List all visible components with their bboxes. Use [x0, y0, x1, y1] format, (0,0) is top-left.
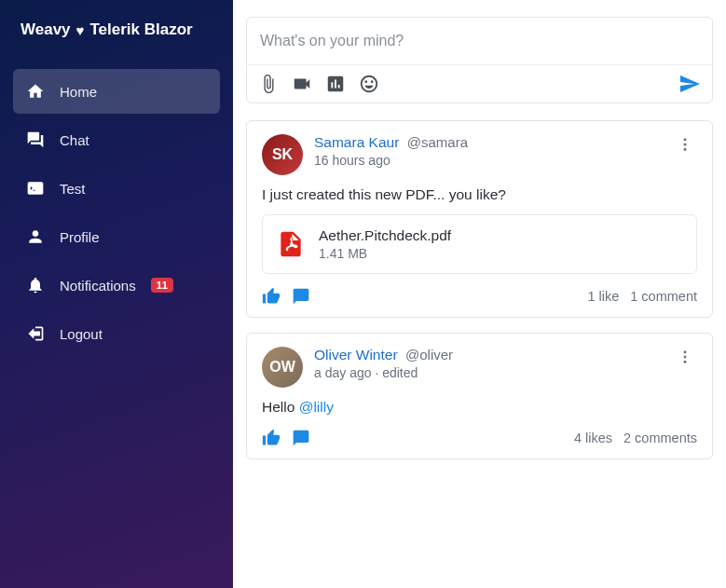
- svg-point-0: [684, 138, 687, 141]
- video-icon[interactable]: [292, 74, 312, 94]
- file-size: 1.41 MB: [319, 246, 451, 261]
- emoji-icon[interactable]: [359, 74, 379, 94]
- timestamp: 16 hours ago: [314, 153, 662, 168]
- file-name: Aether.Pitchdeck.pdf: [319, 227, 451, 244]
- sidebar-item-label: Home: [60, 84, 97, 100]
- sidebar-item-chat[interactable]: Chat: [13, 117, 220, 162]
- sidebar-item-notifications[interactable]: Notifications 11: [13, 263, 220, 308]
- composer-toolbar: [247, 64, 712, 103]
- brand: Weavy ♥ Telerik Blazor: [0, 0, 233, 60]
- comment-icon[interactable]: [292, 429, 310, 447]
- more-icon[interactable]: [673, 134, 697, 158]
- home-icon: [26, 82, 45, 101]
- author-link[interactable]: Oliver Winter: [314, 347, 398, 362]
- comment-count[interactable]: 1 comment: [630, 289, 697, 304]
- svg-point-1: [684, 144, 687, 146]
- notifications-badge: 11: [151, 278, 173, 293]
- sidebar-item-label: Chat: [60, 132, 89, 148]
- svg-point-2: [684, 148, 687, 151]
- brand-left: Weavy: [21, 21, 71, 39]
- send-icon[interactable]: [678, 73, 701, 95]
- more-icon[interactable]: [673, 347, 697, 371]
- avatar[interactable]: OW: [262, 347, 303, 388]
- body-text: Hello: [262, 399, 299, 415]
- chat-icon: [26, 130, 45, 149]
- heart-icon: ♥: [76, 22, 85, 38]
- author-handle: @samara: [407, 134, 468, 150]
- brand-right: Telerik Blazor: [89, 21, 192, 39]
- profile-icon: [26, 227, 45, 246]
- sidebar-item-label: Test: [60, 181, 86, 197]
- sidebar-item-home[interactable]: Home: [13, 69, 220, 114]
- sidebar: Weavy ♥ Telerik Blazor Home Chat Test: [0, 0, 233, 588]
- author-handle: @oliver: [405, 347, 453, 362]
- post: SK Samara Kaur @samara 16 hours ago I ju…: [246, 120, 713, 318]
- sidebar-item-label: Profile: [60, 229, 100, 245]
- sidebar-item-profile[interactable]: Profile: [13, 214, 220, 259]
- avatar[interactable]: SK: [262, 134, 303, 175]
- comment-count[interactable]: 2 comments: [623, 431, 697, 445]
- attachment-icon[interactable]: [258, 74, 279, 94]
- logout-icon: [26, 324, 45, 343]
- comment-icon[interactable]: [292, 287, 310, 306]
- like-count[interactable]: 1 like: [587, 289, 619, 304]
- post-body: I just created this new PDF... you like?: [262, 186, 697, 203]
- like-icon[interactable]: [262, 287, 281, 306]
- composer: [246, 17, 713, 103]
- mention-link[interactable]: @lilly: [299, 399, 334, 415]
- composer-input[interactable]: [247, 18, 712, 64]
- sidebar-item-logout[interactable]: Logout: [13, 311, 220, 356]
- post-body: Hello @lilly: [262, 399, 697, 416]
- like-icon[interactable]: [262, 429, 281, 447]
- timestamp: a day ago · edited: [314, 365, 662, 380]
- sidebar-item-label: Logout: [60, 326, 103, 342]
- svg-point-4: [684, 356, 687, 359]
- bell-icon: [26, 276, 45, 294]
- svg-point-3: [684, 350, 687, 353]
- like-count[interactable]: 4 likes: [574, 431, 612, 445]
- terminal-icon: [26, 179, 45, 198]
- poll-icon[interactable]: [325, 74, 346, 94]
- attachment[interactable]: Aether.Pitchdeck.pdf 1.41 MB: [262, 214, 697, 274]
- post: OW Oliver Winter @oliver a day ago · edi…: [246, 333, 713, 459]
- nav: Home Chat Test Profile Notifications 1: [0, 60, 233, 365]
- main-content: SK Samara Kaur @samara 16 hours ago I ju…: [233, 0, 726, 588]
- svg-point-5: [684, 361, 687, 363]
- author-link[interactable]: Samara Kaur: [314, 134, 399, 150]
- sidebar-item-label: Notifications: [60, 278, 136, 294]
- pdf-icon: [276, 226, 306, 262]
- sidebar-item-test[interactable]: Test: [13, 166, 220, 211]
